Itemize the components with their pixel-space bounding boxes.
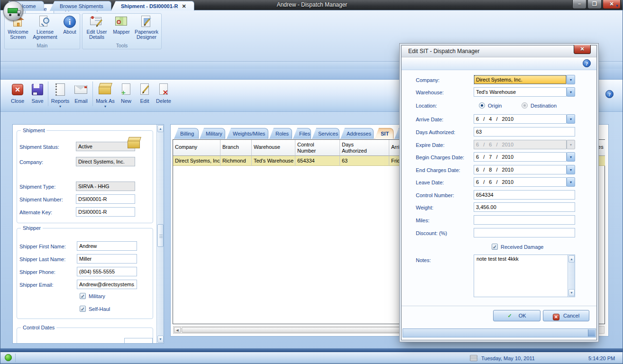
email-button[interactable]: Email: [72, 82, 91, 110]
self-haul-checkbox[interactable]: ✓: [80, 306, 86, 312]
column-header[interactable]: Warehouse: [252, 140, 295, 156]
grid-cell[interactable]: 63: [340, 156, 389, 166]
dialog-header-band: [402, 57, 596, 70]
tab-weights-miles[interactable]: Weights/Miles: [227, 128, 268, 139]
column-header[interactable]: Control Number: [295, 140, 340, 156]
tab-overflow-icon[interactable]: ▾: [616, 3, 618, 8]
grid-cell[interactable]: Richmond: [220, 156, 252, 166]
dlg-control-number-field[interactable]: 654334: [474, 190, 575, 200]
cancel-button[interactable]: ✕Cancel: [543, 310, 589, 321]
edit-button[interactable]: Edit: [136, 82, 154, 110]
mapper-button[interactable]: Mapper: [111, 15, 132, 43]
grid-cell[interactable]: 654334: [295, 156, 340, 166]
shipper-first-name-field[interactable]: [77, 241, 137, 251]
paperwork-designer-button[interactable]: Paperwork Designer: [132, 15, 161, 43]
tab-addresses[interactable]: Addresses: [340, 128, 374, 139]
dialog-close-button[interactable]: ✕: [574, 45, 591, 54]
company-field[interactable]: [76, 157, 135, 166]
edit-user-details-button[interactable]: Edit User Details: [84, 15, 110, 43]
dlg-end-charges-dropdown-icon[interactable]: ▾: [567, 165, 575, 174]
scroll-up-icon[interactable]: ▲: [157, 125, 164, 132]
license-agreement-button[interactable]: License Agreement: [31, 15, 59, 43]
dlg-leave-date-field[interactable]: 6 / 6 / 2010: [474, 177, 567, 187]
column-header[interactable]: Branch: [220, 140, 252, 156]
col-control-number: Control Number: [297, 142, 322, 154]
dlg-miles-field[interactable]: [474, 215, 575, 225]
shipper-last-name-field[interactable]: [77, 254, 137, 264]
save-button[interactable]: Save: [28, 82, 47, 110]
form-scrollbar[interactable]: ▲ ▼: [156, 125, 164, 343]
dlg-leave-date-dropdown-icon[interactable]: ▾: [567, 177, 575, 187]
notes-scrollbar[interactable]: ▲ ▼: [568, 255, 575, 297]
status-separator: [15, 354, 16, 362]
close-shipment-button[interactable]: ✕ Close: [8, 82, 27, 110]
scroll-thumb[interactable]: [157, 224, 164, 247]
col-days-authorized: Days Authorized: [342, 142, 374, 154]
dlg-company-dropdown-icon[interactable]: ▾: [567, 75, 575, 84]
reports-dropdown-icon[interactable]: ▾: [59, 104, 61, 109]
shipper-phone-field[interactable]: [77, 267, 137, 276]
grid-cell[interactable]: Direct Systems, Inc.: [173, 156, 220, 166]
tab-browse-shipments[interactable]: Browse Shipments: [50, 1, 111, 11]
dlg-arrive-date-label: Arrive Date:: [416, 117, 443, 122]
military-checkbox[interactable]: ✓: [80, 293, 86, 299]
about-button[interactable]: i About: [60, 15, 80, 43]
destination-radio[interactable]: [522, 102, 528, 109]
notes-scroll-up-icon[interactable]: ▲: [568, 255, 575, 263]
notes-scroll-down-icon[interactable]: ▼: [568, 289, 575, 296]
restore-button[interactable]: ❐: [587, 0, 602, 9]
mark-as-dropdown-icon[interactable]: ▾: [104, 104, 106, 109]
edit-user-details-label: Edit User Details: [84, 29, 110, 40]
column-header[interactable]: Days Authorized: [340, 140, 389, 156]
received-damage-checkbox[interactable]: ✓: [492, 244, 498, 250]
dlg-weight-field[interactable]: 3,456.00: [474, 202, 575, 212]
dlg-warehouse-combo[interactable]: Ted's Warehouse: [474, 87, 567, 97]
dlg-notes-textarea[interactable]: note test test 4kkk ▲ ▼: [474, 255, 575, 297]
alternate-key-label: Alternate Key:: [19, 209, 52, 215]
tab-close-icon[interactable]: ✕: [182, 3, 186, 9]
help-icon[interactable]: ?: [605, 90, 614, 98]
column-header[interactable]: Company: [173, 140, 220, 156]
shipment-number-field[interactable]: [76, 194, 135, 204]
tab-billing[interactable]: Billing: [174, 128, 199, 139]
military-checkbox-label: Military: [89, 293, 105, 299]
dialog-hscrollbar[interactable]: [403, 328, 596, 337]
dlg-days-authorized-field[interactable]: 63: [474, 127, 575, 136]
dlg-company-combo[interactable]: Direct Systems, Inc.: [474, 75, 567, 84]
dlg-begin-charges-dropdown-icon[interactable]: ▾: [567, 152, 575, 162]
tab-military[interactable]: Military: [200, 128, 225, 139]
dlg-expire-date-field: 6 / 6 / 2010: [474, 140, 567, 149]
new-button[interactable]: ＋ New: [117, 82, 135, 110]
delete-button[interactable]: ✕ Delete: [154, 82, 174, 110]
grid-cell[interactable]: Ted's Warehouse: [252, 156, 295, 166]
dlg-end-charges-field[interactable]: 6 / 8 / 2010: [474, 165, 567, 174]
paperwork-designer-label: Paperwork Designer: [132, 29, 161, 40]
dlg-warehouse-dropdown-icon[interactable]: ▾: [567, 87, 575, 97]
dialog-help-icon[interactable]: ?: [583, 59, 591, 67]
minimize-button[interactable]: –: [572, 0, 586, 9]
new-label: New: [121, 98, 131, 104]
dlg-begin-charges-field[interactable]: 6 / 7 / 2010: [474, 152, 567, 162]
dialog-title-bar[interactable]: Edit SIT - Dispatch Manager: [402, 46, 596, 57]
control-dates-partial-field[interactable]: [124, 338, 153, 344]
shipper-email-field[interactable]: [77, 280, 137, 289]
shipment-status-field[interactable]: [76, 142, 135, 151]
dlg-discount-field[interactable]: [474, 228, 575, 237]
tab-services[interactable]: Services: [312, 128, 339, 139]
ok-button[interactable]: ✓OK: [493, 310, 541, 321]
dlg-arrive-date-dropdown-icon[interactable]: ▾: [567, 114, 575, 124]
mark-as-button[interactable]: Mark As ▾: [94, 82, 117, 110]
email-label: Email: [74, 98, 88, 104]
shipment-type-field[interactable]: [76, 182, 135, 191]
scroll-down-icon[interactable]: ▼: [157, 336, 164, 343]
status-time: 5:14:20 PM: [588, 355, 615, 361]
dialog-hscroll-block[interactable]: [588, 329, 595, 337]
tab-shipment-dsi00001r[interactable]: Shipment - DSI00001-R✕: [111, 1, 194, 11]
alternate-key-field[interactable]: [76, 207, 135, 217]
application-button-truck-icon[interactable]: [3, 1, 23, 21]
mapper-label: Mapper: [113, 29, 130, 35]
dlg-arrive-date-field[interactable]: 6 / 4 / 2010: [474, 114, 567, 124]
reports-button[interactable]: Reports ▾: [49, 82, 71, 110]
origin-radio[interactable]: [479, 102, 485, 109]
scroll-left-icon[interactable]: ◀: [174, 327, 181, 333]
